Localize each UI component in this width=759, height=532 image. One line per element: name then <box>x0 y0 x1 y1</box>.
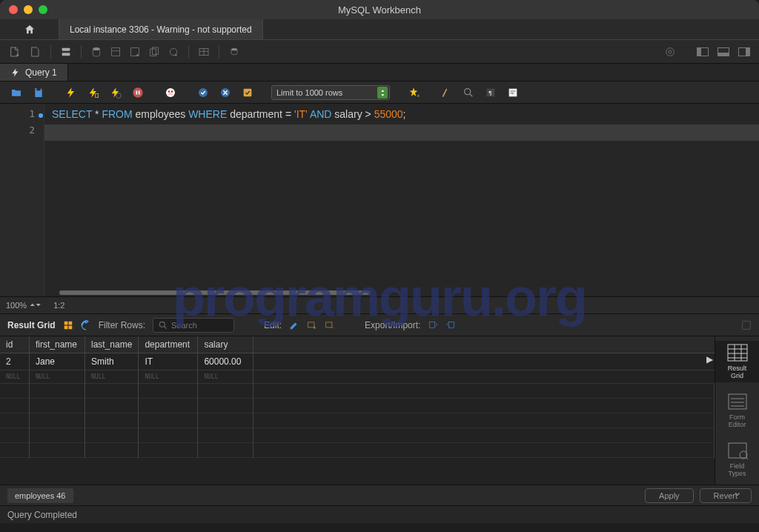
home-tab[interactable] <box>0 19 59 39</box>
field-type-icon <box>727 442 748 459</box>
db-icon-1[interactable] <box>87 43 105 61</box>
svg-text:+: + <box>174 52 177 57</box>
filter-label: Filter Rows: <box>99 320 145 330</box>
null-row[interactable]: NULL NULL NULL NULL NULL <box>0 370 715 384</box>
reconnect-icon[interactable] <box>225 43 243 61</box>
table-row[interactable]: 2 Jane Smith IT 60000.00 <box>0 353 715 370</box>
svg-rect-33 <box>509 88 517 96</box>
col-header-first-name[interactable]: first_name <box>30 336 85 353</box>
grid-view-icon[interactable] <box>63 320 73 330</box>
execute-current-icon[interactable] <box>84 84 102 102</box>
db-icon-5[interactable]: + <box>165 43 182 61</box>
wrap-cell-icon[interactable] <box>741 320 752 330</box>
new-sql-tab-icon[interactable]: + <box>6 43 24 61</box>
svg-rect-35 <box>68 321 72 325</box>
col-header-department[interactable]: department <box>139 336 198 353</box>
add-row-icon[interactable]: + <box>307 320 317 330</box>
svg-rect-44 <box>430 322 435 327</box>
svg-rect-34 <box>64 321 67 325</box>
connection-tabs: Local instance 3306 - Warning - not supp… <box>0 19 759 40</box>
svg-rect-46 <box>743 321 751 329</box>
db-icon-3[interactable]: + <box>126 43 144 61</box>
svg-rect-37 <box>68 325 72 329</box>
result-toolbar: Result Grid Filter Rows: Edit: + − Expor… <box>0 314 759 336</box>
code-area[interactable]: SELECT * FROM employees WHERE department… <box>44 104 759 296</box>
execute-icon[interactable] <box>62 84 80 102</box>
zoom-selector[interactable]: 100% ⏶⏷ <box>6 301 42 310</box>
chevron-down-icon[interactable]: ⌄ <box>732 485 742 499</box>
editor-scrollbar-horizontal[interactable] <box>59 290 371 295</box>
main-toolbar: + + + <box>0 40 759 64</box>
explain-icon[interactable] <box>107 84 125 102</box>
settings-icon[interactable] <box>661 43 679 61</box>
lightning-icon <box>10 67 21 78</box>
filter-rows-input[interactable] <box>153 318 234 333</box>
find-icon[interactable] <box>437 84 455 102</box>
svg-point-3 <box>93 47 99 50</box>
import-icon[interactable] <box>445 320 456 330</box>
stop-icon[interactable] <box>129 84 147 102</box>
autocommit-icon[interactable] <box>239 84 256 102</box>
export-label: Export/Import: <box>365 320 420 330</box>
svg-point-16 <box>666 47 675 56</box>
svg-point-24 <box>171 90 173 93</box>
rollback-icon[interactable] <box>216 84 234 102</box>
open-file-icon[interactable] <box>7 84 25 102</box>
connection-tab[interactable]: Local instance 3306 - Warning - not supp… <box>59 19 263 39</box>
dropdown-arrows-icon <box>377 87 388 99</box>
svg-rect-2 <box>62 53 70 56</box>
panel-toggle-1[interactable] <box>694 43 712 61</box>
open-sql-icon[interactable] <box>27 43 44 61</box>
commit-icon[interactable] <box>194 84 212 102</box>
result-body: id first_name last_name department salar… <box>0 336 759 485</box>
expand-arrow-icon[interactable]: ▶ <box>706 354 713 365</box>
col-header-salary[interactable]: salary <box>198 336 253 353</box>
svg-rect-20 <box>136 90 137 94</box>
svg-rect-8 <box>150 49 156 56</box>
panel-toggle-2[interactable] <box>715 43 732 61</box>
export-icon[interactable] <box>428 320 438 330</box>
edit-row-icon[interactable] <box>289 320 299 330</box>
result-tab[interactable]: employees 46 <box>7 488 73 503</box>
side-form-editor[interactable]: Form Editor <box>715 390 759 431</box>
server-admin-icon[interactable] <box>57 43 75 61</box>
svg-text:+: + <box>16 51 19 57</box>
db-icon-4[interactable] <box>145 43 163 61</box>
db-icon-2[interactable] <box>107 43 125 61</box>
svg-rect-9 <box>152 47 158 54</box>
no-limit-icon[interactable] <box>162 84 179 102</box>
delete-row-icon[interactable]: − <box>325 320 335 330</box>
col-header-last-name[interactable]: last_name <box>85 336 139 353</box>
svg-text:¶: ¶ <box>488 90 491 96</box>
result-side-panel: ▶ Result Grid Form Editor Field Types ⌄ <box>715 336 759 485</box>
svg-point-22 <box>166 88 175 97</box>
svg-point-19 <box>116 93 122 98</box>
query-tab[interactable]: Query 1 <box>0 64 68 81</box>
svg-rect-1 <box>62 47 70 50</box>
sql-editor[interactable]: 1 2 SELECT * FROM employees WHERE depart… <box>0 104 759 296</box>
toggle-invisible-icon[interactable]: ¶ <box>482 84 500 102</box>
table-data-icon[interactable] <box>195 43 213 61</box>
svg-point-25 <box>199 88 208 97</box>
side-result-grid[interactable]: Result Grid <box>715 341 759 382</box>
refresh-icon[interactable] <box>81 320 91 330</box>
svg-point-38 <box>159 322 165 327</box>
query-tabs: Query 1 <box>0 64 759 82</box>
status-bar: Query Completed <box>0 505 759 523</box>
wrap-icon[interactable] <box>504 84 522 102</box>
result-grid-label: Result Grid <box>7 320 56 330</box>
limit-rows-dropdown[interactable]: Limit to 1000 rows <box>271 85 390 100</box>
col-header-id[interactable]: id <box>0 336 30 353</box>
svg-rect-4 <box>112 47 120 56</box>
panel-toggle-3[interactable] <box>735 43 753 61</box>
beautify-icon[interactable]: + <box>405 84 422 102</box>
svg-point-23 <box>168 90 170 93</box>
revert-button[interactable]: Revert <box>700 488 752 503</box>
result-grid[interactable]: id first_name last_name department salar… <box>0 336 715 485</box>
side-field-types[interactable]: Field Types <box>715 439 759 480</box>
apply-button[interactable]: Apply <box>645 488 694 503</box>
search-icon[interactable] <box>460 84 477 102</box>
titlebar: MySQL Workbench <box>0 0 759 19</box>
breakpoint-dot <box>39 113 43 118</box>
save-file-icon[interactable] <box>30 84 47 102</box>
